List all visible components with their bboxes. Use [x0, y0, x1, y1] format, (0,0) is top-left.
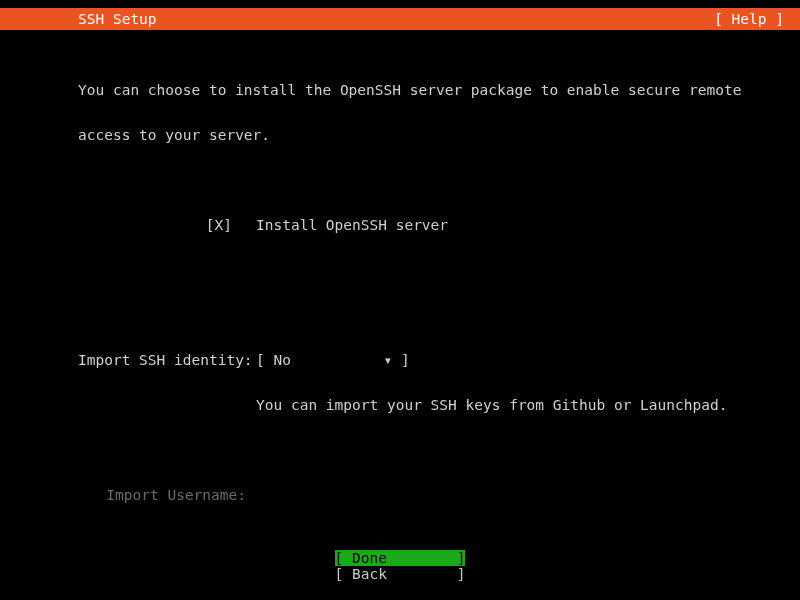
- footer-buttons: [ Done ] [ Back ]: [0, 550, 800, 582]
- import-identity-dropdown[interactable]: [ No▾ ]: [256, 353, 410, 369]
- import-identity-hint: You can import your SSH keys from Github…: [256, 398, 727, 414]
- import-identity-label: Import SSH identity:: [78, 353, 256, 369]
- header-bar: SSH Setup [ Help ]: [0, 8, 800, 30]
- help-button[interactable]: [ Help ]: [714, 11, 784, 27]
- description-line-2: access to your server.: [78, 128, 780, 144]
- import-identity-value: No: [273, 353, 383, 368]
- install-openssh-checkbox[interactable]: [X]: [78, 218, 256, 234]
- done-button[interactable]: [ Done ]: [335, 550, 466, 566]
- install-openssh-label: Install OpenSSH server: [256, 218, 448, 234]
- import-username-label: Import Username:: [78, 488, 256, 504]
- chevron-down-icon: ▾: [383, 352, 392, 368]
- page-title: SSH Setup: [78, 11, 157, 27]
- description-line-1: You can choose to install the OpenSSH se…: [78, 83, 780, 99]
- back-button[interactable]: [ Back ]: [335, 566, 466, 582]
- main-content: You can choose to install the OpenSSH se…: [78, 54, 780, 600]
